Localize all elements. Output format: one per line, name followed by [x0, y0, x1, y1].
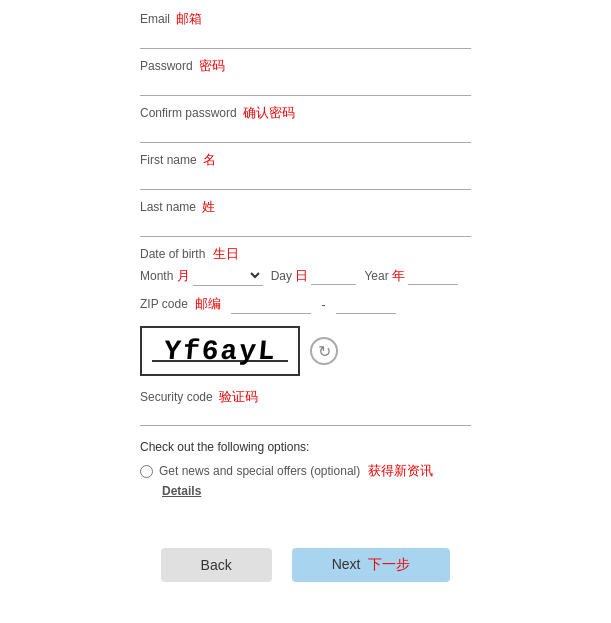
confirm-password-label-row: Confirm password 确认密码: [140, 104, 471, 122]
details-link[interactable]: Details: [162, 484, 471, 498]
confirm-password-input[interactable]: [140, 122, 471, 143]
zip-label: ZIP code 邮编: [140, 295, 221, 313]
news-checkbox-row: Get news and special offers (optional) 获…: [140, 462, 471, 480]
email-label-cn: 邮箱: [176, 10, 202, 28]
day-group: Day 日: [271, 266, 357, 285]
registration-form: Email 邮箱 Password 密码 Confirm password 确认…: [0, 0, 611, 518]
first-name-label: First name: [140, 153, 197, 167]
day-input[interactable]: [311, 266, 356, 285]
email-field-row: Email 邮箱: [140, 10, 471, 49]
zip-row: ZIP code 邮编 -: [140, 294, 471, 314]
password-label: Password: [140, 59, 193, 73]
email-label: Email: [140, 12, 170, 26]
button-row: Back Next 下一步: [161, 548, 451, 602]
year-label: Year 年: [364, 267, 405, 285]
password-input[interactable]: [140, 75, 471, 96]
confirm-password-label-cn: 确认密码: [243, 104, 295, 122]
security-code-input[interactable]: [140, 406, 471, 426]
next-label: Next: [332, 556, 361, 572]
dob-section: Date of birth 生日 Month 月 Day 日: [140, 245, 471, 286]
month-group: Month 月: [140, 265, 263, 286]
dob-inputs-row: Month 月 Day 日 Year 年: [140, 265, 471, 286]
captcha-image: Yf6ayL: [140, 326, 300, 376]
confirm-password-label: Confirm password: [140, 106, 237, 120]
captcha-text: Yf6ayL: [162, 336, 278, 367]
email-input[interactable]: [140, 28, 471, 49]
security-code-label: Security code: [140, 390, 213, 404]
dob-label-row: Date of birth 生日: [140, 245, 471, 263]
confirm-password-field-row: Confirm password 确认密码: [140, 104, 471, 143]
first-name-input[interactable]: [140, 169, 471, 190]
day-label: Day 日: [271, 267, 309, 285]
first-name-field-row: First name 名: [140, 151, 471, 190]
year-input[interactable]: [408, 266, 458, 285]
last-name-input[interactable]: [140, 216, 471, 237]
email-label-row: Email 邮箱: [140, 10, 471, 28]
check-label: Check out the following options:: [140, 440, 471, 454]
password-label-cn: 密码: [199, 57, 225, 75]
year-group: Year 年: [364, 266, 458, 285]
first-name-label-row: First name 名: [140, 151, 471, 169]
security-code-label-row: Security code 验证码: [140, 388, 471, 406]
password-label-row: Password 密码: [140, 57, 471, 75]
last-name-label: Last name: [140, 200, 196, 214]
password-field-row: Password 密码: [140, 57, 471, 96]
captcha-row: Yf6ayL ↻: [140, 326, 471, 376]
news-label: Get news and special offers (optional) 获…: [159, 462, 433, 480]
captcha-refresh-button[interactable]: ↻: [310, 337, 338, 365]
next-label-cn: 下一步: [368, 556, 410, 572]
back-button[interactable]: Back: [161, 548, 272, 582]
zip-input1[interactable]: [231, 294, 311, 314]
news-radio[interactable]: [140, 465, 153, 478]
dob-label: Date of birth: [140, 247, 205, 261]
dob-label-cn: 生日: [213, 246, 239, 261]
security-code-row: Security code 验证码: [140, 388, 471, 426]
zip-input2[interactable]: [336, 294, 396, 314]
first-name-label-cn: 名: [203, 151, 216, 169]
month-label: Month 月: [140, 267, 190, 285]
last-name-label-cn: 姓: [202, 198, 215, 216]
month-select[interactable]: [193, 265, 263, 286]
next-button[interactable]: Next 下一步: [292, 548, 451, 582]
last-name-label-row: Last name 姓: [140, 198, 471, 216]
last-name-field-row: Last name 姓: [140, 198, 471, 237]
zip-dash: -: [321, 297, 325, 312]
security-code-label-cn: 验证码: [219, 388, 258, 406]
